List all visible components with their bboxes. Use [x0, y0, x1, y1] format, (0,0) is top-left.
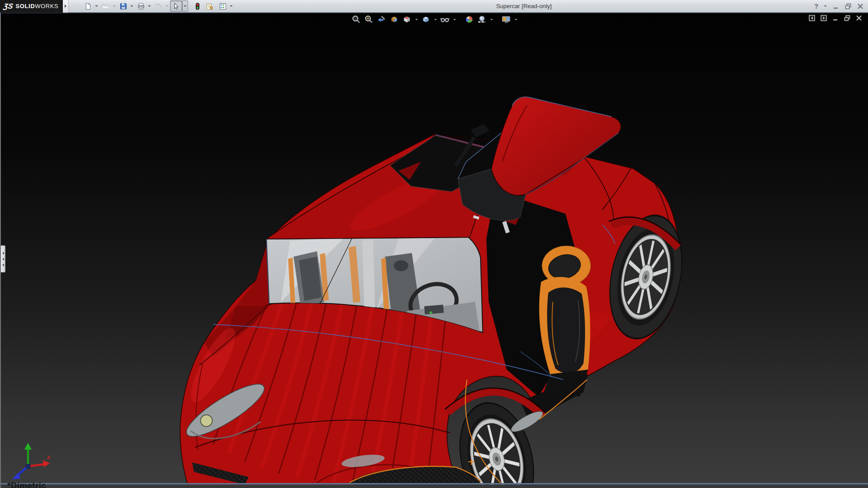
display-style-button[interactable]	[420, 14, 431, 25]
menu-expand-button[interactable]	[63, 0, 69, 13]
dropdown-caret-icon	[184, 5, 187, 7]
hide-show-items-icon	[440, 15, 450, 24]
menu-expand-arrow-icon	[64, 4, 67, 8]
solidworks-brand: SOLIDWORKS	[15, 3, 58, 9]
help-button[interactable]: ?	[814, 3, 819, 10]
zoom-to-area-icon	[364, 15, 373, 24]
dropdown-caret-icon	[165, 5, 169, 7]
select-cursor-icon	[173, 3, 180, 10]
save-dropdown[interactable]	[129, 1, 134, 11]
undo-icon	[155, 3, 162, 10]
view-orientation-label: *Dimetric	[7, 481, 46, 488]
roof-panel[interactable]	[266, 135, 493, 240]
collapse-left-icon	[2, 252, 5, 255]
hide-show-items-button[interactable]	[439, 14, 450, 25]
options-dropdown[interactable]	[229, 1, 234, 11]
minimize-button[interactable]	[832, 2, 840, 10]
minimize-document-icon	[832, 15, 839, 21]
open-folder-icon	[102, 3, 109, 10]
options-checklist-icon	[219, 3, 226, 10]
x-axis-label: x	[47, 454, 51, 460]
restore-document-icon	[844, 15, 851, 21]
next-pane-button[interactable]	[820, 15, 827, 21]
view-orientation-icon	[402, 15, 411, 24]
minimize-document-button[interactable]	[832, 15, 839, 21]
solidworks-logo: ƷS SOLIDWORKS	[0, 0, 63, 13]
solidworks-logo-glyph: ƷS	[3, 2, 14, 10]
dropdown-caret-icon	[490, 19, 493, 21]
zoom-to-fit-button[interactable]	[351, 14, 362, 25]
file-properties-button[interactable]	[204, 0, 216, 12]
display-style-dropdown[interactable]	[433, 14, 438, 25]
previous-pane-button[interactable]	[808, 15, 816, 21]
file-properties-icon	[206, 3, 214, 10]
print-dropdown[interactable]	[147, 1, 152, 11]
zoom-to-area-button[interactable]	[363, 14, 374, 25]
window-title: Supercar [Read-only]	[234, 0, 814, 12]
section-view-button[interactable]	[389, 14, 400, 25]
restore-icon	[845, 3, 852, 9]
close-button[interactable]	[856, 2, 864, 10]
display-style-icon	[421, 15, 430, 24]
new-document-dropdown[interactable]	[94, 1, 99, 11]
view-settings-dropdown[interactable]	[514, 14, 518, 25]
window-controls: ?	[814, 1, 868, 11]
hide-show-items-dropdown[interactable]	[452, 14, 457, 25]
dropdown-caret-icon	[514, 19, 518, 21]
open-button[interactable]	[99, 0, 112, 12]
apply-scene-button[interactable]	[476, 14, 487, 25]
headsup-view-toolbar	[351, 14, 518, 25]
save-icon	[120, 3, 127, 10]
close-document-button[interactable]	[855, 15, 863, 21]
print-button[interactable]	[135, 0, 147, 12]
restore-document-button[interactable]	[844, 15, 851, 21]
dropdown-caret-icon	[230, 5, 233, 7]
solidworks-app: { "app": { "logo_glyph": "ƷS", "brand_bo…	[0, 0, 868, 488]
dropdown-caret-icon	[148, 5, 151, 7]
view-settings-icon	[501, 15, 511, 24]
dropdown-caret-icon	[415, 19, 418, 21]
new-document-icon	[85, 3, 92, 10]
previous-view-icon	[377, 15, 386, 24]
help-dropdown[interactable]	[823, 1, 828, 11]
left-headlight-lamp	[201, 415, 212, 427]
next-pane-icon	[821, 15, 827, 21]
dropdown-caret-icon	[113, 5, 116, 7]
previous-view-button[interactable]	[376, 14, 387, 25]
save-button[interactable]	[117, 0, 129, 12]
document-window-controls	[808, 15, 863, 21]
undo-dropdown[interactable]	[165, 1, 170, 11]
graphics-viewport[interactable]: x *Dimetric	[0, 13, 868, 488]
featuremanager-splitter-tab[interactable]	[1, 245, 5, 272]
previous-pane-icon	[809, 15, 816, 21]
edit-appearance-icon	[465, 15, 474, 24]
edit-appearance-button[interactable]	[464, 14, 475, 25]
minimize-icon	[833, 3, 839, 9]
menu-bar: ƷS SOLIDWORKS	[0, 0, 868, 13]
view-orientation-button[interactable]	[401, 14, 412, 25]
new-document-button[interactable]	[82, 0, 94, 12]
dropdown-caret-icon	[824, 5, 827, 7]
view-orientation-dropdown[interactable]	[414, 14, 419, 25]
rebuild-button[interactable]	[191, 0, 203, 12]
file-toolbar	[81, 0, 234, 12]
rebuild-traffic-light-icon	[194, 3, 201, 10]
options-button[interactable]	[217, 0, 229, 12]
restore-button[interactable]	[844, 2, 852, 10]
orientation-triad: x	[5, 440, 54, 482]
car-3d-model[interactable]	[1, 13, 868, 488]
dropdown-caret-icon	[130, 5, 133, 7]
apply-scene-icon	[477, 15, 486, 24]
collapse-left-icon	[2, 263, 5, 267]
close-icon	[857, 3, 863, 9]
view-settings-button[interactable]	[501, 14, 512, 25]
print-icon	[137, 3, 145, 10]
undo-button[interactable]	[152, 0, 165, 12]
apply-scene-dropdown[interactable]	[489, 14, 494, 25]
select-button[interactable]	[170, 0, 182, 12]
dropdown-caret-icon	[95, 5, 98, 7]
select-dropdown[interactable]	[182, 0, 188, 12]
open-dropdown[interactable]	[112, 1, 117, 11]
dropdown-caret-icon	[434, 19, 437, 21]
close-document-icon	[856, 15, 862, 21]
